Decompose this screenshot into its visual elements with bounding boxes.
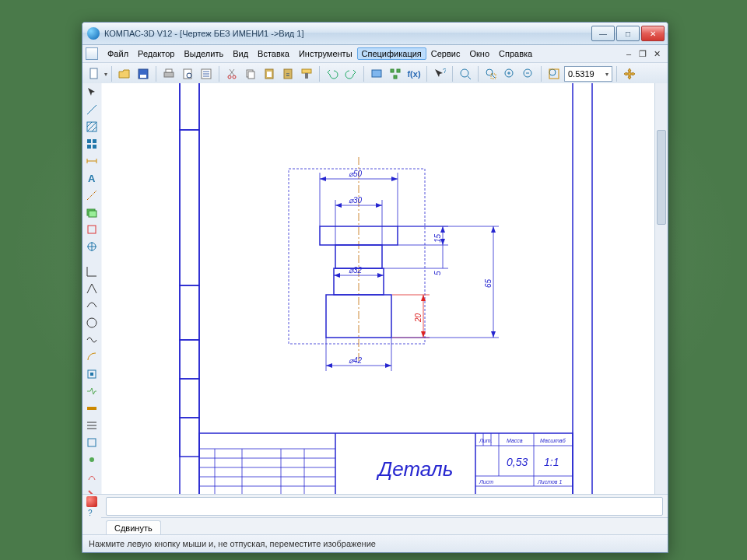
close-button[interactable]: ✕	[641, 26, 665, 41]
menu-view[interactable]: Вид	[228, 47, 253, 60]
tool-text-icon[interactable]: A	[84, 170, 100, 186]
app-window: КОМПАС-3D V12 - [Чертеж БЕЗ ИМЕНИ1 ->Вид…	[82, 22, 668, 553]
minimize-button[interactable]: —	[591, 26, 615, 41]
svg-rect-16	[248, 72, 254, 79]
paste-icon[interactable]	[261, 65, 278, 82]
maximize-button[interactable]: □	[616, 26, 640, 41]
svg-rect-75	[180, 130, 199, 285]
tool-hatch-icon[interactable]	[84, 119, 100, 135]
tool-a-icon[interactable]	[84, 264, 100, 279]
pan-icon[interactable]	[621, 65, 638, 82]
zoom-fit-icon[interactable]	[545, 65, 563, 82]
menu-editor[interactable]: Редактор	[133, 47, 179, 60]
tool-dimension-icon[interactable]	[84, 153, 100, 169]
svg-rect-47	[87, 145, 91, 149]
tool-layers-icon[interactable]	[84, 205, 100, 220]
new-doc-icon[interactable]	[86, 65, 103, 82]
tool-f-icon[interactable]	[84, 349, 100, 365]
save-icon[interactable]	[135, 65, 152, 82]
svg-rect-3	[164, 72, 174, 77]
svg-text:Лист: Лист	[479, 479, 493, 485]
dim-d30: ⌀30	[349, 196, 363, 205]
svg-line-31	[492, 75, 495, 78]
vertical-scrollbar[interactable]	[654, 83, 668, 506]
print-icon[interactable]	[160, 65, 177, 82]
tool-i-icon[interactable]	[84, 401, 100, 416]
tab-move[interactable]: Сдвинуть	[106, 520, 161, 535]
cut-icon[interactable]	[223, 65, 240, 82]
tool-grid-icon[interactable]	[84, 136, 100, 152]
print-preview-icon[interactable]	[179, 65, 196, 82]
tool-m-icon[interactable]	[84, 469, 100, 485]
mdi-close-icon[interactable]: ✕	[652, 49, 661, 58]
menu-window[interactable]: Окно	[465, 47, 494, 60]
menu-tools[interactable]: Инструменты	[294, 47, 357, 60]
svg-line-40	[87, 105, 96, 114]
zoom-in-icon[interactable]	[501, 65, 518, 82]
menu-help[interactable]: Справка	[494, 47, 537, 60]
tool-select-icon[interactable]	[84, 85, 100, 100]
tool-e-icon[interactable]	[84, 332, 100, 348]
svg-line-43	[87, 122, 96, 131]
tool-c-icon[interactable]	[84, 298, 100, 313]
tool-g-icon[interactable]	[84, 366, 100, 382]
svg-rect-24	[391, 69, 394, 72]
tool-snap-icon[interactable]	[84, 222, 100, 237]
open-icon[interactable]	[116, 65, 133, 82]
svg-rect-56	[88, 226, 96, 233]
refresh-screen-icon[interactable]	[368, 65, 385, 82]
zoom-value-field[interactable]: 0.5319▾	[564, 66, 612, 82]
svg-rect-21	[302, 69, 311, 73]
redo-icon[interactable]	[342, 65, 359, 82]
svg-rect-80	[289, 169, 425, 344]
tool-d-icon[interactable]	[84, 315, 100, 331]
stop-command-icon[interactable]	[86, 496, 97, 507]
svg-text:Листов 1: Листов 1	[537, 479, 562, 485]
zoom-window-icon[interactable]	[482, 65, 500, 82]
svg-text:1:1: 1:1	[544, 456, 559, 468]
tool-axis-icon[interactable]	[84, 187, 100, 203]
tool-b-icon[interactable]	[84, 281, 100, 296]
tool-line-icon[interactable]	[84, 102, 100, 117]
svg-text:0,53: 0,53	[507, 456, 528, 468]
title-bar[interactable]: КОМПАС-3D V12 - [Чертеж БЕЗ ИМЕНИ1 ->Вид…	[82, 23, 668, 45]
paste-special-icon[interactable]: ≡	[279, 65, 296, 82]
zoom-scale-icon[interactable]	[457, 65, 474, 82]
drawing-canvas[interactable]: 20 ⌀50 ⌀30	[102, 83, 668, 518]
format-painter-icon[interactable]	[298, 65, 315, 82]
variables-icon[interactable]: f(x)	[405, 65, 423, 82]
menu-service[interactable]: Сервис	[426, 47, 465, 60]
help-icon[interactable]: ?	[86, 509, 97, 516]
menu-insert[interactable]: Вставка	[253, 47, 294, 60]
svg-line-44	[92, 127, 96, 131]
zoom-out-icon[interactable]	[520, 65, 537, 82]
mdi-minimize-icon[interactable]: –	[624, 49, 633, 58]
svg-rect-48	[93, 145, 96, 149]
dim-h20: 20	[414, 313, 423, 323]
status-bar: Нажмите левую кнопку мыши и, не отпуская…	[82, 534, 668, 552]
tool-l-icon[interactable]	[84, 452, 100, 467]
tree-icon[interactable]	[387, 65, 404, 82]
menu-bar: Файл Редактор Выделить Вид Вставка Инстр…	[82, 45, 668, 63]
svg-rect-46	[93, 139, 96, 143]
svg-text:A: A	[88, 173, 96, 184]
mdi-restore-icon[interactable]: ❐	[638, 49, 647, 58]
tool-origin-icon[interactable]	[84, 239, 100, 254]
undo-icon[interactable]	[324, 65, 341, 82]
properties-icon[interactable]	[198, 65, 215, 82]
property-input[interactable]	[106, 497, 663, 516]
menu-select[interactable]: Выделить	[179, 47, 228, 60]
whatsthis-icon[interactable]: ?	[431, 65, 448, 82]
menu-file[interactable]: Файл	[103, 47, 133, 60]
svg-point-28	[461, 69, 468, 77]
svg-rect-77	[180, 340, 199, 379]
svg-text:?: ?	[88, 509, 93, 516]
svg-text:?: ?	[443, 68, 446, 75]
tool-k-icon[interactable]	[84, 435, 100, 450]
svg-rect-25	[397, 69, 400, 72]
tool-j-icon[interactable]	[84, 418, 100, 433]
dim-h15: 15	[433, 233, 442, 243]
copy-icon[interactable]	[242, 65, 259, 82]
tool-h-icon[interactable]	[84, 383, 100, 399]
menu-specification[interactable]: Спецификация	[357, 47, 426, 60]
